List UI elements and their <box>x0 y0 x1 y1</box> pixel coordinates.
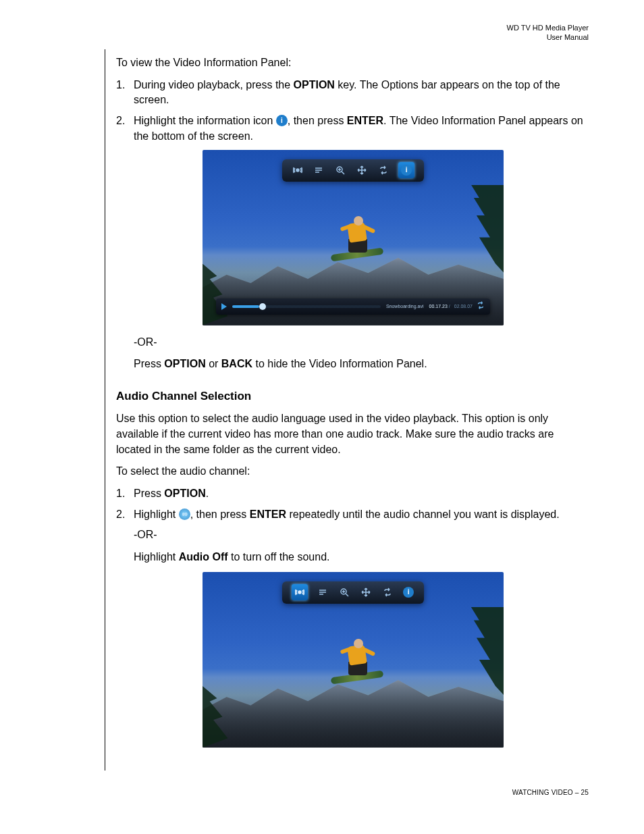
time-separator: / <box>449 303 450 310</box>
repeat-icon[interactable] <box>381 586 394 598</box>
header-product: WD TV HD Media Player <box>507 23 589 32</box>
audio-channel-icon[interactable] <box>292 164 304 176</box>
page-header: WD TV HD Media Player User Manual <box>507 23 589 43</box>
progress-knob[interactable] <box>259 303 266 310</box>
step-item: 1. During video playback, press the OPTI… <box>116 78 590 108</box>
pan-icon[interactable] <box>360 586 372 598</box>
elapsed-time: 00.17.23 <box>429 303 448 310</box>
audio-off-instruction: Highlight Audio Off to turn off the soun… <box>134 550 590 565</box>
audio-channel-lead: To select the audio channel: <box>116 464 590 479</box>
step-item: 2. Highlight the information icon i, the… <box>116 113 590 144</box>
zoom-icon[interactable] <box>338 586 350 598</box>
key-option: OPTION <box>164 488 205 499</box>
step-item: 2. Highlight , then press ENTER repeated… <box>116 507 590 523</box>
trees-right <box>450 607 504 695</box>
hide-panel-instruction: Press OPTION or BACK to hide the Video I… <box>134 357 590 372</box>
info-circle-icon: i <box>401 165 412 176</box>
progress-fill <box>232 305 259 308</box>
figure-1-wrap: i Snowboarding.avi 00.17.23 / 02.08.07 <box>116 150 590 325</box>
options-bar: i <box>282 159 424 182</box>
video-playback-screenshot-1: i Snowboarding.avi 00.17.23 / 02.08.07 <box>203 150 504 325</box>
page-content: To view the Video Information Panel: 1. … <box>116 55 590 757</box>
key-enter: ENTER <box>347 115 383 126</box>
snowboarder-graphic <box>335 639 389 693</box>
step-body: Press OPTION. <box>134 486 590 502</box>
info-circle-icon: i <box>403 587 414 598</box>
video-info-panel: Snowboarding.avi 00.17.23 / 02.08.07 <box>216 298 490 315</box>
step-number: 2. <box>116 507 134 523</box>
audio-channel-description: Use this option to select the audio lang… <box>116 411 590 457</box>
step-body: Highlight , then press ENTER repeatedly … <box>134 507 590 523</box>
info-icon-highlighted[interactable]: i <box>398 162 414 178</box>
key-back: BACK <box>221 358 252 369</box>
step-number: 1. <box>116 486 134 502</box>
info-icon: i <box>276 115 288 126</box>
page-footer: WATCHING VIDEO – 25 <box>512 789 589 796</box>
chapter-icon[interactable] <box>313 164 325 176</box>
figure-2-wrap: i <box>116 572 590 748</box>
audio-off-label: Audio Off <box>179 551 228 563</box>
svg-point-0 <box>296 169 299 172</box>
repeat-icon[interactable] <box>377 164 390 176</box>
steps-list-2: 1. Press OPTION. 2. Highlight , then pre… <box>116 486 590 522</box>
key-option: OPTION <box>164 358 205 369</box>
or-text: -OR- <box>134 335 590 350</box>
intro-text: To view the Video Information Panel: <box>116 55 590 71</box>
section-audio-channel-title: Audio Channel Selection <box>116 388 590 405</box>
total-duration: 02.08.07 <box>454 303 473 310</box>
progress-track[interactable] <box>232 305 381 308</box>
video-playback-screenshot-2: i <box>203 572 504 748</box>
step-number: 2. <box>116 113 134 144</box>
info-icon[interactable]: i <box>402 586 414 598</box>
options-bar: i <box>282 581 424 604</box>
audio-channel-icon-highlighted[interactable] <box>292 584 308 600</box>
snowboarder-graphic <box>335 216 389 270</box>
repeat-status-icon <box>477 298 485 314</box>
key-enter: ENTER <box>250 509 286 520</box>
play-icon[interactable] <box>221 303 227 310</box>
audio-channel-icon <box>179 509 190 520</box>
step-body: Highlight the information icon i, then p… <box>134 113 590 144</box>
vertical-margin-rule <box>105 49 105 771</box>
steps-list-1: 1. During video playback, press the OPTI… <box>116 78 590 145</box>
svg-point-2 <box>298 591 301 594</box>
step-body: During video playback, press the OPTION … <box>134 78 590 108</box>
step-number: 1. <box>116 78 134 108</box>
zoom-icon[interactable] <box>334 164 346 176</box>
header-doctype: User Manual <box>507 32 589 42</box>
video-filename: Snowboarding.avi <box>386 303 424 310</box>
or-text-2: -OR- <box>134 527 590 543</box>
trees-right <box>450 185 504 273</box>
chapter-icon[interactable] <box>317 586 329 598</box>
pan-icon[interactable] <box>356 164 368 176</box>
step-item: 1. Press OPTION. <box>116 486 590 502</box>
key-option: OPTION <box>294 79 335 90</box>
